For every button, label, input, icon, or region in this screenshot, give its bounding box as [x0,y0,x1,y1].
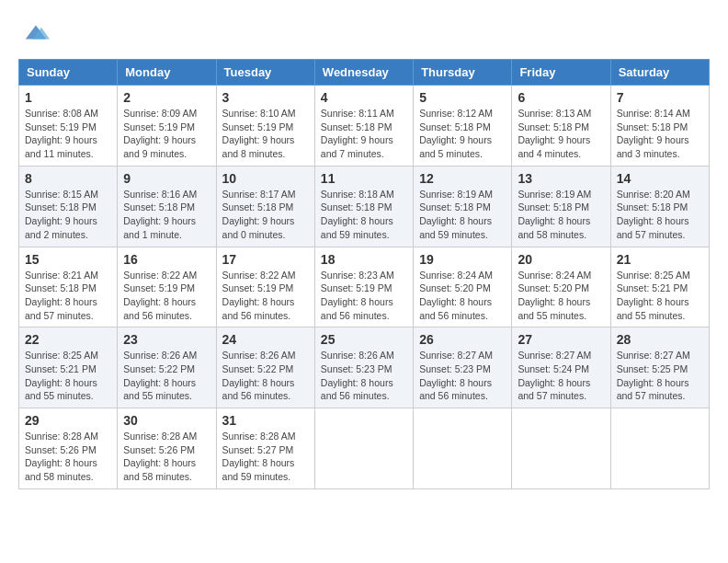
calendar-week-2: 8Sunrise: 8:15 AM Sunset: 5:18 PM Daylig… [19,166,710,247]
calendar-cell: 12Sunrise: 8:19 AM Sunset: 5:18 PM Dayli… [414,166,512,247]
header-sunday: Sunday [19,60,118,86]
day-info: Sunrise: 8:14 AM Sunset: 5:18 PM Dayligh… [617,107,703,161]
calendar-cell: 3Sunrise: 8:10 AM Sunset: 5:19 PM Daylig… [216,86,314,167]
calendar-cell: 19Sunrise: 8:24 AM Sunset: 5:20 PM Dayli… [414,247,512,327]
calendar-cell: 16Sunrise: 8:22 AM Sunset: 5:19 PM Dayli… [118,247,216,327]
day-number: 1 [25,90,111,105]
calendar-cell: 15Sunrise: 8:21 AM Sunset: 5:18 PM Dayli… [19,247,118,327]
day-info: Sunrise: 8:24 AM Sunset: 5:20 PM Dayligh… [419,269,506,323]
calendar-cell: 14Sunrise: 8:20 AM Sunset: 5:18 PM Dayli… [610,166,709,247]
day-info: Sunrise: 8:25 AM Sunset: 5:21 PM Dayligh… [617,269,703,323]
calendar-cell: 23Sunrise: 8:26 AM Sunset: 5:22 PM Dayli… [118,327,216,408]
day-info: Sunrise: 8:11 AM Sunset: 5:18 PM Dayligh… [321,107,407,161]
day-number: 23 [123,332,210,347]
day-number: 17 [222,252,309,267]
header-monday: Monday [118,60,216,86]
day-info: Sunrise: 8:19 AM Sunset: 5:18 PM Dayligh… [419,188,506,242]
day-info: Sunrise: 8:13 AM Sunset: 5:18 PM Dayligh… [518,107,604,161]
day-number: 15 [25,252,111,267]
day-info: Sunrise: 8:21 AM Sunset: 5:18 PM Dayligh… [25,269,111,323]
day-info: Sunrise: 8:26 AM Sunset: 5:22 PM Dayligh… [222,349,309,403]
calendar-cell: 8Sunrise: 8:15 AM Sunset: 5:18 PM Daylig… [19,166,118,247]
day-info: Sunrise: 8:28 AM Sunset: 5:26 PM Dayligh… [25,430,111,484]
calendar-cell: 30Sunrise: 8:28 AM Sunset: 5:26 PM Dayli… [118,408,216,489]
day-number: 2 [123,90,210,105]
calendar-week-1: 1Sunrise: 8:08 AM Sunset: 5:19 PM Daylig… [19,86,710,167]
day-number: 22 [25,332,111,347]
header-wednesday: Wednesday [314,60,413,86]
calendar-cell: 22Sunrise: 8:25 AM Sunset: 5:21 PM Dayli… [19,327,118,408]
day-number: 12 [419,171,506,186]
day-info: Sunrise: 8:24 AM Sunset: 5:20 PM Dayligh… [518,269,604,323]
calendar-table: SundayMondayTuesdayWednesdayThursdayFrid… [18,59,710,489]
day-number: 30 [123,413,210,428]
calendar-week-3: 15Sunrise: 8:21 AM Sunset: 5:18 PM Dayli… [19,247,710,327]
day-info: Sunrise: 8:26 AM Sunset: 5:23 PM Dayligh… [321,349,407,403]
day-info: Sunrise: 8:20 AM Sunset: 5:18 PM Dayligh… [617,188,703,242]
day-info: Sunrise: 8:15 AM Sunset: 5:18 PM Dayligh… [25,188,111,242]
day-number: 26 [419,332,506,347]
day-number: 11 [321,171,407,186]
day-number: 5 [419,90,506,105]
day-number: 3 [222,90,309,105]
day-number: 29 [25,413,111,428]
calendar-cell: 7Sunrise: 8:14 AM Sunset: 5:18 PM Daylig… [610,86,709,167]
calendar-header: SundayMondayTuesdayWednesdayThursdayFrid… [19,60,710,86]
calendar-cell [610,408,709,489]
calendar-cell [314,408,413,489]
day-number: 7 [617,90,703,105]
day-number: 25 [321,332,407,347]
day-info: Sunrise: 8:09 AM Sunset: 5:19 PM Dayligh… [123,107,210,161]
day-info: Sunrise: 8:22 AM Sunset: 5:19 PM Dayligh… [123,269,210,323]
day-info: Sunrise: 8:27 AM Sunset: 5:24 PM Dayligh… [518,349,604,403]
day-number: 13 [518,171,604,186]
calendar-cell: 21Sunrise: 8:25 AM Sunset: 5:21 PM Dayli… [610,247,709,327]
calendar-cell: 4Sunrise: 8:11 AM Sunset: 5:18 PM Daylig… [314,86,413,167]
day-number: 19 [419,252,506,267]
calendar-cell: 10Sunrise: 8:17 AM Sunset: 5:18 PM Dayli… [216,166,314,247]
calendar-cell: 25Sunrise: 8:26 AM Sunset: 5:23 PM Dayli… [314,327,413,408]
calendar-cell: 1Sunrise: 8:08 AM Sunset: 5:19 PM Daylig… [19,86,118,167]
calendar-week-5: 29Sunrise: 8:28 AM Sunset: 5:26 PM Dayli… [19,408,710,489]
day-number: 14 [617,171,703,186]
calendar-cell: 5Sunrise: 8:12 AM Sunset: 5:18 PM Daylig… [414,86,512,167]
calendar-cell: 17Sunrise: 8:22 AM Sunset: 5:19 PM Dayli… [216,247,314,327]
calendar-week-4: 22Sunrise: 8:25 AM Sunset: 5:21 PM Dayli… [19,327,710,408]
calendar-cell: 2Sunrise: 8:09 AM Sunset: 5:19 PM Daylig… [118,86,216,167]
calendar-cell: 28Sunrise: 8:27 AM Sunset: 5:25 PM Dayli… [610,327,709,408]
day-info: Sunrise: 8:08 AM Sunset: 5:19 PM Dayligh… [25,107,111,161]
calendar-cell: 24Sunrise: 8:26 AM Sunset: 5:22 PM Dayli… [216,327,314,408]
calendar-cell [512,408,610,489]
calendar-cell: 29Sunrise: 8:28 AM Sunset: 5:26 PM Dayli… [19,408,118,489]
day-number: 27 [518,332,604,347]
page-header [18,18,710,50]
logo [18,18,50,50]
day-number: 10 [222,171,309,186]
day-number: 4 [321,90,407,105]
day-number: 16 [123,252,210,267]
calendar-cell: 20Sunrise: 8:24 AM Sunset: 5:20 PM Dayli… [512,247,610,327]
logo-icon [22,18,50,46]
header-saturday: Saturday [610,60,709,86]
calendar-cell: 26Sunrise: 8:27 AM Sunset: 5:23 PM Dayli… [414,327,512,408]
day-info: Sunrise: 8:28 AM Sunset: 5:26 PM Dayligh… [123,430,210,484]
calendar-cell [414,408,512,489]
day-info: Sunrise: 8:19 AM Sunset: 5:18 PM Dayligh… [518,188,604,242]
header-tuesday: Tuesday [216,60,314,86]
header-thursday: Thursday [414,60,512,86]
day-number: 9 [123,171,210,186]
day-info: Sunrise: 8:23 AM Sunset: 5:19 PM Dayligh… [321,269,407,323]
day-info: Sunrise: 8:18 AM Sunset: 5:18 PM Dayligh… [321,188,407,242]
day-info: Sunrise: 8:25 AM Sunset: 5:21 PM Dayligh… [25,349,111,403]
calendar-cell: 27Sunrise: 8:27 AM Sunset: 5:24 PM Dayli… [512,327,610,408]
day-number: 21 [617,252,703,267]
day-info: Sunrise: 8:12 AM Sunset: 5:18 PM Dayligh… [419,107,506,161]
day-number: 6 [518,90,604,105]
day-number: 24 [222,332,309,347]
day-number: 18 [321,252,407,267]
day-number: 8 [25,171,111,186]
calendar-cell: 11Sunrise: 8:18 AM Sunset: 5:18 PM Dayli… [314,166,413,247]
day-info: Sunrise: 8:26 AM Sunset: 5:22 PM Dayligh… [123,349,210,403]
day-number: 31 [222,413,309,428]
calendar-cell: 13Sunrise: 8:19 AM Sunset: 5:18 PM Dayli… [512,166,610,247]
